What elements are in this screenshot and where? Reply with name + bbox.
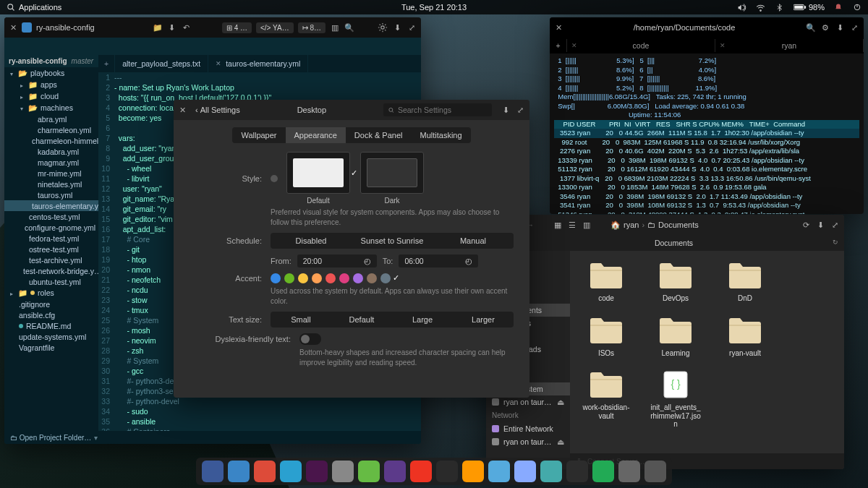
dock-app-icon[interactable]	[644, 461, 666, 482]
tree-item[interactable]: charmeleon-himmel…	[4, 135, 98, 146]
textsize-option[interactable]: Larger	[453, 312, 514, 328]
accent-swatch[interactable]	[298, 273, 308, 283]
editor-tab[interactable]: ✕ tauros-elementary.yml	[208, 55, 308, 72]
sidebar-item[interactable]: Entire Network	[486, 422, 570, 435]
view-list-icon[interactable]: ☰	[567, 220, 577, 230]
folder-item[interactable]: { }init_all_events_rhimmelw17.json	[650, 370, 702, 429]
textsize-option[interactable]: Large	[392, 312, 453, 328]
accent-swatch[interactable]	[339, 273, 349, 283]
tree-item[interactable]: .gitignore	[4, 299, 98, 309]
clock[interactable]: Tue, Sep 21 20:13	[401, 3, 467, 12]
textsize-option[interactable]: Default	[331, 312, 392, 328]
tree-item[interactable]: ubuntu-test.yml	[4, 276, 98, 287]
from-time-input[interactable]: 20:00◴	[297, 254, 377, 267]
folder-item[interactable]: Learning	[650, 316, 702, 358]
find-icon[interactable]: 🔍	[344, 22, 354, 33]
files-titlebar[interactable]: ✕ ← → ▦ ☰ ▥ 🏠ryan › 🗀Documents ⟳ ⬇ ⤢	[486, 215, 844, 235]
style-radio[interactable]	[271, 175, 278, 182]
tree-item[interactable]: centos-test.yml	[4, 211, 98, 222]
dock-app-icon[interactable]	[332, 461, 354, 482]
download-icon[interactable]: ⬇	[501, 105, 511, 115]
theme-option[interactable]: ✓Dark	[360, 152, 424, 205]
tree-item[interactable]: ansible.cfg	[4, 309, 98, 320]
close-icon[interactable]: ✕	[178, 106, 187, 114]
editor-statusbar[interactable]: 🗀 Open Project Folder… ▾	[4, 431, 421, 444]
dock-app-icon[interactable]	[566, 461, 588, 482]
close-icon[interactable]: ✕	[554, 23, 563, 32]
gear-icon[interactable]: ⚙	[820, 22, 830, 33]
schedule-option[interactable]: Sunset to Sunrise	[352, 233, 433, 249]
dock-app-icon[interactable]	[436, 461, 458, 482]
terminal-output[interactable]: 1 [||||| 5.3%] 5 [||| 7.2%] 2 [|||||| 8.…	[550, 53, 864, 214]
search-icon[interactable]: 🔍	[806, 22, 816, 33]
wifi-icon[interactable]	[756, 2, 766, 12]
tree-item[interactable]: abra.yml	[4, 114, 98, 124]
dock-app-icon[interactable]	[618, 461, 640, 482]
tree-item[interactable]: 📁 roles	[4, 287, 98, 299]
applications-menu[interactable]: Applications	[19, 3, 61, 12]
view-column-icon[interactable]: ▥	[582, 220, 592, 230]
folder-item[interactable]: DevOps	[650, 261, 702, 303]
dyslexia-toggle[interactable]	[299, 333, 321, 345]
dock-app-icon[interactable]	[254, 461, 276, 482]
dock-app-icon[interactable]	[488, 461, 510, 482]
gear-icon[interactable]	[378, 22, 388, 33]
sidebar-toggle-icon[interactable]: ▥	[330, 22, 340, 33]
textsize-option[interactable]: Small	[271, 312, 331, 328]
accent-swatch[interactable]	[380, 273, 391, 283]
revert-icon[interactable]: ↶	[182, 22, 192, 33]
tree-item[interactable]: tauros.yml	[4, 189, 98, 200]
accent-swatch[interactable]	[312, 273, 322, 283]
refresh-icon[interactable]: ⟳	[801, 220, 811, 230]
sidebar-item[interactable]: ryan on tauros-fedora⏏	[486, 435, 570, 448]
accent-swatch[interactable]	[326, 273, 336, 283]
maximize-icon[interactable]: ⤢	[515, 105, 525, 115]
tree-item[interactable]: test-network-bridge.y…	[4, 265, 98, 276]
tree-item[interactable]: README.md	[4, 320, 98, 331]
notification-icon[interactable]	[833, 2, 843, 12]
theme-option[interactable]: Default	[286, 152, 350, 205]
maximize-icon[interactable]: ⤢	[849, 22, 859, 33]
indent-indicator[interactable]: ↦ 8…	[298, 22, 326, 33]
tree-item[interactable]: 📁 apps	[4, 79, 98, 90]
dock-app-icon[interactable]	[280, 461, 302, 482]
folder-open-icon[interactable]: 📁	[153, 22, 163, 33]
accent-swatch[interactable]	[271, 273, 281, 283]
terminal-tab[interactable]: ✕ryan	[715, 39, 864, 52]
lang-indicator[interactable]: </> YA…	[256, 22, 294, 33]
download-icon[interactable]: ⬇	[815, 220, 825, 230]
dock-app-icon[interactable]	[410, 461, 432, 482]
folder-item[interactable]: ryan-vault	[719, 316, 771, 358]
settings-tab[interactable]: Appearance	[286, 127, 346, 143]
tree-item[interactable]: ostree-test.yml	[4, 244, 98, 254]
battery-indicator[interactable]: 98%	[793, 3, 825, 12]
dock-app-icon[interactable]	[462, 461, 484, 482]
dock-app-icon[interactable]	[592, 461, 614, 482]
settings-tab[interactable]: Wallpaper	[232, 127, 285, 143]
eject-icon[interactable]: ⏏	[557, 437, 564, 446]
tree-item[interactable]: magmar.yml	[4, 157, 98, 168]
tree-item[interactable]: fedora-test.yml	[4, 233, 98, 244]
tree-item[interactable]: tauros-elementary.yml	[4, 200, 98, 211]
tree-item[interactable]: 📂 playbooks	[4, 67, 98, 79]
accent-swatch[interactable]	[367, 273, 377, 283]
dock-app-icon[interactable]	[514, 461, 536, 482]
tree-item[interactable]: Vagrantfile	[4, 342, 98, 353]
folder-item[interactable]: code	[580, 261, 632, 303]
search-input[interactable]	[398, 106, 488, 114]
tree-item[interactable]: charmeleon.yml	[4, 124, 98, 135]
tree-item[interactable]: update-systems.yml	[4, 331, 98, 342]
bluetooth-icon[interactable]	[775, 2, 785, 12]
dock-app-icon[interactable]	[384, 461, 406, 482]
history-icon[interactable]: ↻	[833, 239, 838, 246]
tree-item[interactable]: mr-mime.yml	[4, 168, 98, 179]
back-button[interactable]: ‹ All Settings	[195, 106, 240, 114]
tree-item[interactable]: 📂 machines	[4, 102, 98, 114]
spaces-indicator[interactable]: ⊞ 4 …	[222, 22, 252, 33]
download-icon[interactable]: ⬇	[835, 22, 845, 33]
folder-item[interactable]: ISOs	[580, 316, 632, 358]
dock-app-icon[interactable]	[228, 461, 250, 482]
editor-tab[interactable]: alter_payload_steps.txt	[115, 55, 208, 72]
volume-icon[interactable]	[737, 2, 747, 12]
settings-tab[interactable]: Dock & Panel	[346, 127, 412, 143]
